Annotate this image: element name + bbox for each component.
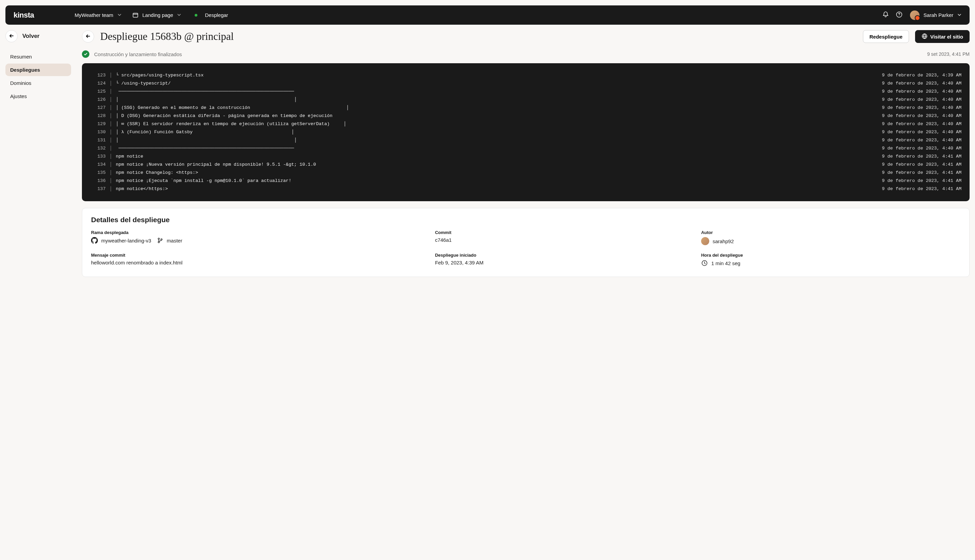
log-row: 126││ │9 de febrero de 2023, 4:40 AM xyxy=(90,96,962,104)
log-separator: │ xyxy=(105,72,116,80)
detail-label: Commit xyxy=(435,230,694,235)
globe-icon xyxy=(921,33,928,40)
build-status-row: Construcción y lanzamiento finalizados 9… xyxy=(82,50,970,58)
log-content: │ D (DSG) Generación estática diferida -… xyxy=(116,112,875,120)
log-lineno: 129 xyxy=(90,120,105,128)
log-separator: │ xyxy=(105,96,116,104)
log-separator: │ xyxy=(105,80,116,88)
log-timestamp: 9 de febrero de 2023, 4:40 AM xyxy=(882,128,962,136)
log-separator: │ xyxy=(105,120,116,128)
github-icon xyxy=(91,237,98,244)
team-selector[interactable]: MyWeather team xyxy=(75,12,122,18)
log-row: 137│npm notice</https:>9 de febrero de 2… xyxy=(90,185,962,193)
user-name: Sarah Parker xyxy=(923,12,953,18)
log-timestamp: 9 de febrero de 2023, 4:40 AM xyxy=(882,88,962,96)
sidebar-item-resumen[interactable]: Resumen xyxy=(5,50,71,63)
bell-icon xyxy=(882,11,889,19)
detail-label: Despliegue iniciado xyxy=(435,253,694,258)
log-timestamp: 9 de febrero de 2023, 4:41 AM xyxy=(882,169,962,177)
visit-site-button[interactable]: Visitar el sitio xyxy=(915,30,970,43)
log-lineno: 125 xyxy=(90,88,105,96)
main: Despliegue 15683b @ principal Redesplieg… xyxy=(82,30,970,277)
detail-label: Hora del despliegue xyxy=(701,253,960,258)
log-row: 130││ λ (Función) Función Gatsby │9 de f… xyxy=(90,128,962,136)
visit-site-label: Visitar el sitio xyxy=(930,34,963,40)
log-content: npm notice</https:> xyxy=(116,185,875,193)
notifications-button[interactable] xyxy=(879,8,892,22)
redeploy-button[interactable]: Redespliegue xyxy=(863,30,909,43)
deploy-status[interactable]: Desplegar xyxy=(195,12,228,18)
svg-point-4 xyxy=(158,242,159,243)
sidebar-item-dominios[interactable]: Dominios xyxy=(5,77,71,89)
deploy-status-label: Desplegar xyxy=(205,12,228,18)
log-row: 128││ D (DSG) Generación estática diferi… xyxy=(90,112,962,120)
log-content: │ ∞ (SSR) El servidor renderiza en tiemp… xyxy=(116,120,875,128)
deployment-details-card: Detalles del despliegue Rama desplegada … xyxy=(82,208,970,277)
help-icon xyxy=(896,11,903,19)
page-selector[interactable]: Landing page xyxy=(132,12,181,18)
log-row: 127││ (SSG) Generado en el momento de la… xyxy=(90,104,962,112)
branch-name: master xyxy=(167,238,182,243)
log-separator: │ xyxy=(105,185,116,193)
log-separator: │ xyxy=(105,169,116,177)
duration-value: 1 min 42 seg xyxy=(711,260,740,266)
started-time: Feb 9, 2023, 4:39 AM xyxy=(435,260,694,265)
log-row: 131││ │9 de febrero de 2023, 4:40 AM xyxy=(90,136,962,144)
log-row: 136│npm notice ¡Ejecuta `npm install -g … xyxy=(90,177,962,185)
log-row: 124│└ /using-typescript/9 de febrero de … xyxy=(90,80,962,88)
sidebar-item-ajustes[interactable]: Ajustes xyxy=(5,90,71,102)
sidebar: Volver ResumenDesplieguesDominiosAjustes xyxy=(5,30,71,277)
log-content: ────────────────────────────────────────… xyxy=(116,88,875,96)
log-separator: │ xyxy=(105,88,116,96)
avatar xyxy=(910,10,920,20)
check-circle-icon xyxy=(82,50,89,58)
log-timestamp: 9 de febrero de 2023, 4:39 AM xyxy=(882,72,962,80)
log-separator: │ xyxy=(105,161,116,169)
log-timestamp: 9 de febrero de 2023, 4:41 AM xyxy=(882,185,962,193)
log-content: npm notice xyxy=(116,153,875,161)
svg-point-5 xyxy=(161,239,162,240)
help-button[interactable] xyxy=(892,8,906,22)
log-timestamp: 9 de febrero de 2023, 4:40 AM xyxy=(882,96,962,104)
log-separator: │ xyxy=(105,112,116,120)
detail-commit-message: Mensaje commit helloworld.com renombrado… xyxy=(91,253,428,267)
log-lineno: 133 xyxy=(90,153,105,161)
back-circle-button[interactable] xyxy=(82,30,94,43)
author-name: sarahp92 xyxy=(712,238,734,244)
repo-name: myweather-landing-v3 xyxy=(101,238,151,243)
log-content: npm notice ¡Ejecuta `npm install -g npm@… xyxy=(116,177,875,185)
log-content: npm notice Changelog: <https:> xyxy=(116,169,875,177)
chevron-down-icon xyxy=(957,13,962,18)
log-row: 129││ ∞ (SSR) El servidor renderiza en t… xyxy=(90,120,962,128)
back-button[interactable] xyxy=(5,30,18,42)
back-row: Volver xyxy=(5,30,71,42)
log-timestamp: 9 de febrero de 2023, 4:40 AM xyxy=(882,136,962,144)
sidebar-item-despliegues[interactable]: Despliegues xyxy=(5,63,71,76)
arrow-left-icon xyxy=(85,33,91,40)
log-row: 125│ ───────────────────────────────────… xyxy=(90,88,962,96)
log-separator: │ xyxy=(105,104,116,112)
build-status-time: 9 set 2023, 4:41 PM xyxy=(927,52,970,57)
page-name: Landing page xyxy=(142,12,173,18)
log-lineno: 124 xyxy=(90,80,105,88)
commit-message: helloworld.com renombrado a index.html xyxy=(91,260,428,265)
svg-rect-0 xyxy=(133,13,138,17)
topbar: kinsta MyWeather team Landing page Despl… xyxy=(5,5,970,25)
branch-icon xyxy=(157,237,164,244)
user-menu[interactable]: Sarah Parker xyxy=(910,10,962,20)
log-timestamp: 9 de febrero de 2023, 4:40 AM xyxy=(882,120,962,128)
log-lineno: 128 xyxy=(90,112,105,120)
detail-duration: Hora del despliegue 1 min 42 seg xyxy=(701,253,960,267)
log-row: 132│ ───────────────────────────────────… xyxy=(90,144,962,153)
log-timestamp: 9 de febrero de 2023, 4:40 AM xyxy=(882,80,962,88)
log-row: 134│npm notice ¡Nueva versión principal … xyxy=(90,161,962,169)
log-separator: │ xyxy=(105,136,116,144)
log-lineno: 132 xyxy=(90,144,105,153)
log-content: │ λ (Función) Función Gatsby │ xyxy=(116,128,875,136)
commit-hash: c746a1 xyxy=(435,237,694,243)
log-lineno: 137 xyxy=(90,185,105,193)
svg-point-3 xyxy=(158,238,159,239)
build-status-text: Construcción y lanzamiento finalizados xyxy=(94,52,182,57)
log-timestamp: 9 de febrero de 2023, 4:41 AM xyxy=(882,161,962,169)
chevron-down-icon xyxy=(117,12,122,18)
